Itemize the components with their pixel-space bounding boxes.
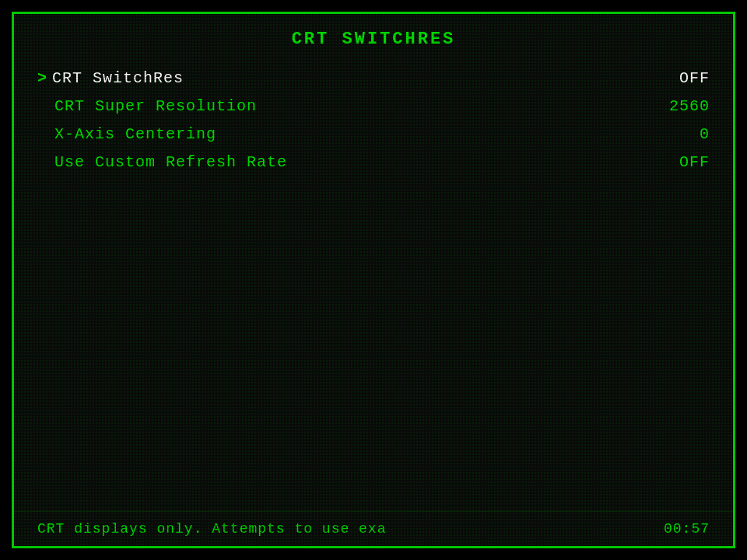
menu-item-label: CRT Super Resolution: [54, 94, 257, 119]
menu-item-x-axis-centering[interactable]: X-Axis Centering0: [37, 121, 710, 149]
menu-item-label: X-Axis Centering: [54, 122, 216, 147]
menu-list: >CRT SwitchResOFFCRT Super Resolution256…: [37, 65, 710, 177]
menu-item-label: CRT SwitchRes: [52, 66, 184, 91]
menu-item-crt-switchres[interactable]: >CRT SwitchResOFF: [37, 65, 710, 93]
menu-item-label: Use Custom Refresh Rate: [54, 150, 287, 175]
menu-item-crt-super-resolution[interactable]: CRT Super Resolution2560: [37, 93, 710, 121]
selection-cursor: >: [37, 66, 47, 91]
menu-item-value: OFF: [647, 66, 710, 91]
menu-item-value: OFF: [647, 150, 710, 175]
menu-item-value: 0: [647, 122, 710, 147]
screen-title: CRT SWITCHRES: [37, 30, 710, 49]
menu-item-value: 2560: [647, 94, 710, 119]
crt-screen: CRT SWITCHRES >CRT SwitchResOFFCRT Super…: [12, 12, 735, 548]
screen-content: CRT SWITCHRES >CRT SwitchResOFFCRT Super…: [14, 14, 733, 546]
menu-item-use-custom-refresh-rate[interactable]: Use Custom Refresh RateOFF: [37, 149, 710, 177]
